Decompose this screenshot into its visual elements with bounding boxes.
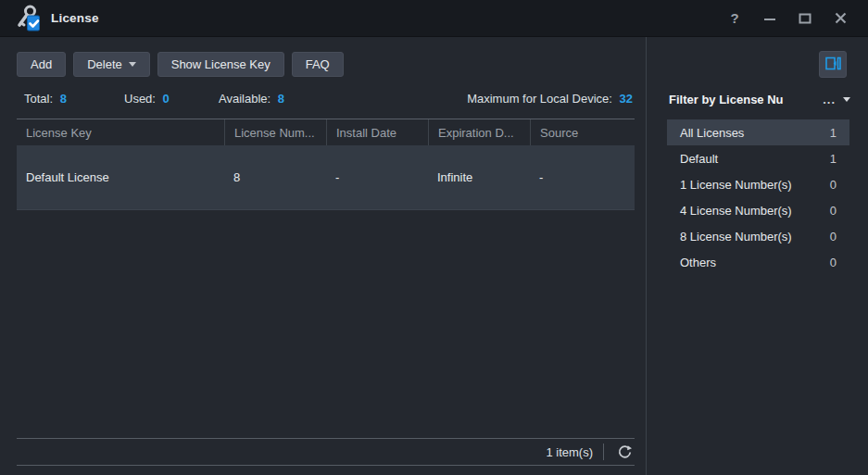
window-title: License [51,11,99,25]
faq-button-label: FAQ [306,57,330,71]
filter-title-ellipsis: ... [823,93,836,106]
filter-item-others[interactable]: Others 0 [667,249,849,275]
total-value: 8 [60,92,67,106]
filter-item-1-license-numbers[interactable]: 1 License Number(s) 0 [667,171,849,197]
cell-install-date: - [326,145,428,209]
used-value: 0 [163,92,170,106]
statusbar-divider [603,444,604,460]
filter-item-label: 1 License Number(s) [680,178,792,192]
license-table: License Key License Num... Install Date … [17,119,635,210]
filter-item-count: 0 [830,230,837,244]
filter-item-count: 0 [830,178,837,192]
license-table-header: License Key License Num... Install Date … [17,119,635,145]
filter-item-label: 8 License Number(s) [680,230,792,244]
cell-expiration-date: Infinite [428,145,530,209]
statusbar: 1 item(s) [17,438,635,466]
add-button[interactable]: Add [17,52,66,77]
filter-item-all-licenses[interactable]: All Licenses 1 [667,119,849,145]
column-header-install-date[interactable]: Install Date [326,119,428,145]
max-local-device-label: Maximum for Local Device: [467,92,612,106]
filter-list: All Licenses 1 Default 1 1 License Numbe… [667,119,849,275]
cell-license-number: 8 [224,145,326,209]
cell-license-key: Default License [17,145,224,209]
chevron-down-icon [843,97,850,102]
maximize-button[interactable] [794,7,816,30]
titlebar: License ? [0,0,868,37]
column-header-expiration-date[interactable]: Expiration D... [428,119,530,145]
filter-item-count: 0 [830,256,837,269]
filter-item-4-license-numbers[interactable]: 4 License Number(s) 0 [667,197,849,223]
close-button[interactable] [829,7,851,30]
filter-item-count: 1 [830,126,837,140]
minimize-button[interactable] [759,7,781,30]
column-header-license-number[interactable]: License Num... [224,119,326,145]
filter-item-label: All Licenses [680,126,744,140]
filter-item-label: Default [680,152,718,166]
chevron-down-icon [129,62,136,67]
column-header-license-key[interactable]: License Key [17,119,224,145]
filter-dropdown[interactable]: Filter by License Nu ... [669,93,850,106]
faq-button[interactable]: FAQ [292,52,344,77]
filter-item-count: 0 [830,204,837,218]
total-label: Total: [24,92,53,106]
filter-item-count: 1 [830,152,837,166]
filter-sidebar: Filter by License Nu ... All Licenses 1 … [647,37,868,475]
table-row-default-license[interactable]: Default License 8 - Infinite - [17,145,635,210]
show-license-key-label: Show License Key [171,57,270,71]
toolbar: Add Delete Show License Key FAQ [17,52,344,77]
item-count: 1 item(s) [546,445,593,459]
license-key-app-icon [15,4,43,33]
refresh-icon [617,444,633,460]
refresh-button[interactable] [614,442,635,462]
filter-item-default[interactable]: Default 1 [667,145,849,171]
delete-dropdown-button[interactable]: Delete [73,52,150,77]
used-label: Used: [124,92,156,106]
available-label: Available: [219,92,270,106]
max-local-device-value: 32 [620,92,633,106]
cell-source: - [530,145,635,209]
show-license-key-button[interactable]: Show License Key [157,52,284,77]
filter-item-8-license-numbers[interactable]: 8 License Number(s) 0 [667,223,849,249]
delete-button-label: Delete [87,57,122,71]
filter-item-label: Others [680,256,716,269]
help-button[interactable]: ? [723,7,746,30]
license-stats: Total: 8 Used: 0 Available: 8 Maximum fo… [17,92,635,106]
filter-title: Filter by License Nu [669,93,784,106]
available-value: 8 [278,92,284,106]
filter-item-label: 4 License Number(s) [680,204,792,218]
add-button-label: Add [31,57,52,71]
column-header-source[interactable]: Source [530,119,635,145]
